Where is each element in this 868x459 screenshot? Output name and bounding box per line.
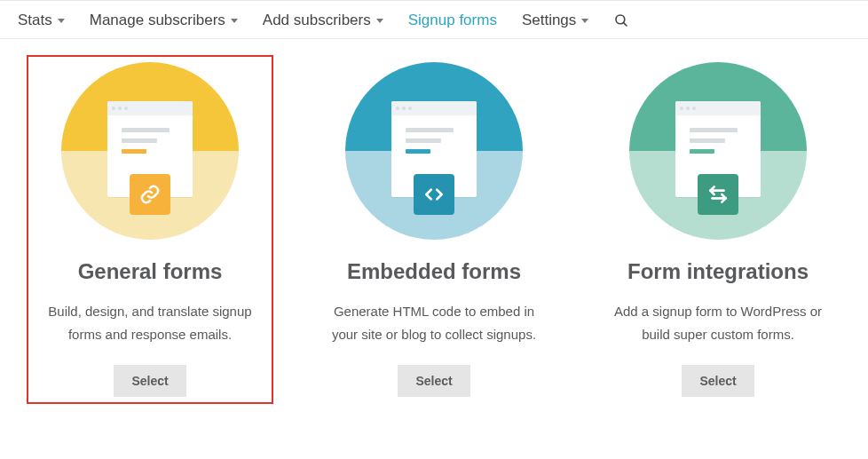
link-icon [130, 174, 170, 215]
tab-stats[interactable]: Stats [18, 12, 65, 29]
card-illustration [61, 62, 239, 240]
card-title: General forms [34, 259, 266, 284]
tab-signup-label: Signup forms [408, 12, 497, 29]
tab-add-label: Add subscribers [263, 12, 371, 29]
chevron-down-icon [376, 19, 383, 23]
swap-arrows-icon [698, 174, 738, 215]
card-description: Generate HTML code to embed in your site… [318, 300, 550, 345]
chevron-down-icon [231, 19, 238, 23]
cards-row: General forms Build, design, and transla… [0, 39, 868, 415]
card-title: Embedded forms [318, 259, 550, 284]
tab-bar: Stats Manage subscribers Add subscribers… [0, 0, 868, 39]
card-form-integrations: Form integrations Add a signup form to W… [602, 62, 834, 397]
card-general-forms: General forms Build, design, and transla… [34, 62, 266, 397]
chevron-down-icon [581, 19, 588, 23]
card-description: Build, design, and translate signup form… [34, 300, 266, 345]
card-title: Form integrations [602, 259, 834, 284]
tab-manage-label: Manage subscribers [90, 12, 225, 29]
card-illustration [629, 62, 807, 240]
select-integrations-button[interactable]: Select [682, 365, 754, 397]
search-icon [613, 12, 629, 28]
select-embedded-button[interactable]: Select [398, 365, 470, 397]
tab-add-subscribers[interactable]: Add subscribers [263, 12, 383, 29]
svg-line-1 [624, 22, 627, 26]
card-description: Add a signup form to WordPress or build … [602, 300, 834, 345]
tab-signup-forms[interactable]: Signup forms [408, 12, 497, 29]
tab-settings-label: Settings [522, 12, 576, 29]
search-button[interactable] [613, 12, 629, 28]
select-general-button[interactable]: Select [114, 365, 185, 397]
card-illustration [345, 62, 523, 240]
tab-stats-label: Stats [18, 12, 52, 29]
code-icon [414, 174, 454, 215]
card-embedded-forms: Embedded forms Generate HTML code to emb… [318, 62, 550, 397]
chevron-down-icon [58, 19, 65, 23]
tab-settings[interactable]: Settings [522, 12, 588, 29]
tab-manage-subscribers[interactable]: Manage subscribers [90, 12, 238, 29]
